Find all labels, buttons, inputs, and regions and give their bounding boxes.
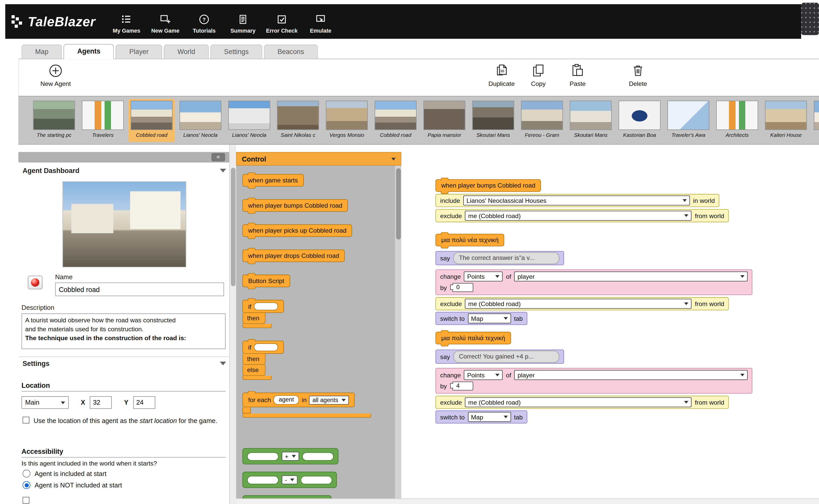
hat-old-technique[interactable]: μια πολύ παλιά τεχνική [435, 332, 511, 344]
block-when-player-picks-up[interactable]: when player picks up Cobbled road [242, 224, 352, 237]
tab-world[interactable]: World [164, 45, 209, 59]
agent-tile[interactable]: Kastorian Boa [617, 99, 663, 142]
delete-button[interactable]: Delete [616, 63, 660, 88]
say-text-field[interactable]: The correct answer is"a v... [453, 252, 559, 264]
agent-tile[interactable]: The starting pc [31, 99, 77, 142]
agent-tile[interactable]: Traveler's Awa [665, 99, 711, 142]
tab-select[interactable]: Map [468, 313, 511, 323]
agent-dashboard-header[interactable]: Agent Dashboard [22, 167, 226, 175]
switch-tab-block[interactable]: switch to Map tab [435, 312, 527, 325]
exclude-agent-select[interactable]: me (Cobbled road) [465, 299, 692, 309]
radio-not-included[interactable] [22, 481, 30, 489]
say-block[interactable]: say The correct answer is"a v... [435, 251, 564, 265]
include-block[interactable]: include Lianos' Neoclassical Houses in w… [435, 194, 720, 207]
settings-header[interactable]: Settings [22, 360, 226, 367]
agent-tile-label: Architects [715, 132, 759, 138]
operator-select[interactable]: + [282, 452, 299, 461]
operator-select[interactable]: - [282, 475, 297, 484]
agent-select[interactable]: player [514, 272, 748, 282]
description-box[interactable]: A tourist would observe how the road was… [21, 313, 226, 349]
palette-category-select[interactable]: Control [236, 152, 401, 166]
menu-summary[interactable]: Summary [226, 9, 261, 34]
radio-included[interactable] [22, 470, 30, 478]
block-for-each[interactable]: for each agent in all agents [242, 393, 371, 418]
hat-when-player-bumps[interactable]: when player bumps Cobbled road [435, 179, 541, 192]
agent-tile[interactable]: Travelers [80, 99, 126, 142]
region-select[interactable]: Main [21, 396, 69, 409]
include-label: include [440, 197, 460, 204]
include-agent-select[interactable]: Lianos' Neoclassical Houses [463, 195, 690, 205]
copy-button[interactable]: Copy [516, 63, 560, 88]
menu-error-check[interactable]: Error Check [265, 9, 299, 34]
agent-tile-selected[interactable]: Cobbled road [128, 99, 175, 142]
attribute-select[interactable]: Points [464, 370, 503, 380]
y-input[interactable] [133, 396, 155, 409]
block-when-player-bumps[interactable]: when player bumps Cobbled road [242, 199, 348, 212]
taleblazer-logo[interactable]: TaleBlazer [5, 14, 103, 29]
block-if-else[interactable]: if then else [242, 341, 284, 380]
name-input[interactable] [55, 283, 224, 296]
tab-settings[interactable]: Settings [211, 45, 263, 59]
all-agents-select[interactable]: all agents [309, 395, 349, 404]
tab-player[interactable]: Player [115, 45, 162, 59]
clipped-checkbox[interactable] [22, 497, 29, 504]
agent-tile[interactable]: Architects [714, 99, 760, 142]
attribute-select[interactable]: Points [464, 272, 503, 282]
agent-select[interactable]: player [514, 370, 748, 380]
block-minus-operator[interactable]: - [242, 472, 337, 488]
agent-tile[interactable]: Fereou - Gram [519, 99, 565, 142]
agent-tile[interactable]: Cobbled road [372, 99, 419, 142]
condition-slot [254, 302, 278, 310]
block-when-player-drops[interactable]: when player drops Cobbled road [242, 249, 345, 262]
agent-tile[interactable]: Papia mansior [421, 99, 467, 142]
dot-grid-handle[interactable] [801, 3, 819, 35]
exclude-block[interactable]: exclude me (Cobbled road) from world [435, 209, 729, 222]
say-block[interactable]: say Correct! You gained +4 p... [435, 350, 564, 364]
script-canvas[interactable]: when player bumps Cobbled road include L… [401, 145, 819, 504]
block-when-game-starts[interactable]: when game starts [242, 174, 304, 187]
menu-tutorials[interactable]: ? Tutorials [187, 9, 222, 34]
for-each-label: for each [248, 396, 271, 404]
menu-emulate[interactable]: Emulate [303, 9, 338, 34]
hat-new-technique[interactable]: μια πολύ νέα τεχνική [435, 234, 504, 246]
dashboard-scrollbar-thumb[interactable] [231, 168, 236, 286]
change-attribute-block[interactable]: change Points of player by 0 [435, 269, 752, 295]
tab-beacons[interactable]: Beacons [264, 45, 318, 59]
agent-tile[interactable]: Saint Nikolas c [275, 99, 321, 142]
exclude-block[interactable]: exclude me (Cobbled road) from world [435, 297, 729, 310]
paste-button[interactable]: Paste [555, 63, 599, 88]
agent-photo [62, 181, 186, 267]
agent-tile[interactable]: M [812, 99, 819, 142]
block-button-script[interactable]: Button Script [242, 275, 290, 287]
block-if[interactable]: if then [242, 300, 284, 328]
palette-scrollbar-thumb[interactable] [396, 168, 401, 240]
by-value-slot[interactable]: 4 [452, 381, 473, 390]
change-attribute-block[interactable]: change Points of player by 4 [435, 368, 752, 394]
collapse-panel-button[interactable] [212, 153, 225, 162]
agent-tile[interactable]: Lianos' Neocla [226, 99, 273, 142]
exclude-agent-select[interactable]: me (Cobbled road) [465, 397, 692, 407]
agent-tile[interactable]: Lianos' Neocla [177, 99, 224, 142]
by-value-slot[interactable]: 0 [452, 283, 473, 292]
chevron-down-icon [496, 374, 500, 376]
agent-tile[interactable]: Skoutari Mans [470, 99, 516, 142]
tab-map[interactable]: Map [21, 45, 62, 59]
logo-blocks-icon [10, 14, 23, 29]
say-text-field[interactable]: Correct! You gained +4 p... [453, 351, 559, 363]
block-plus-operator[interactable]: + [242, 448, 338, 465]
agent-tile[interactable]: Skoutari Mans [568, 99, 614, 142]
agent-tile[interactable]: Vergos Monsio [324, 99, 370, 142]
menu-new-game[interactable]: New Game [148, 9, 182, 34]
tab-select[interactable]: Map [468, 412, 511, 422]
agent-marker-button[interactable] [28, 276, 43, 289]
start-location-checkbox[interactable] [22, 417, 29, 423]
switch-tab-block[interactable]: switch to Map tab [435, 410, 527, 423]
tab-agents[interactable]: Agents [64, 44, 114, 59]
agent-tile[interactable]: Kaiteri House [763, 99, 809, 142]
x-input[interactable] [90, 396, 112, 409]
new-agent-button[interactable]: New Agent [34, 63, 78, 88]
menu-my-games[interactable]: My Games [109, 9, 144, 34]
horizontal-scrollbar[interactable] [236, 498, 819, 504]
exclude-block[interactable]: exclude me (Cobbled road) from world [435, 396, 729, 409]
exclude-agent-select[interactable]: me (Cobbled road) [465, 211, 692, 221]
